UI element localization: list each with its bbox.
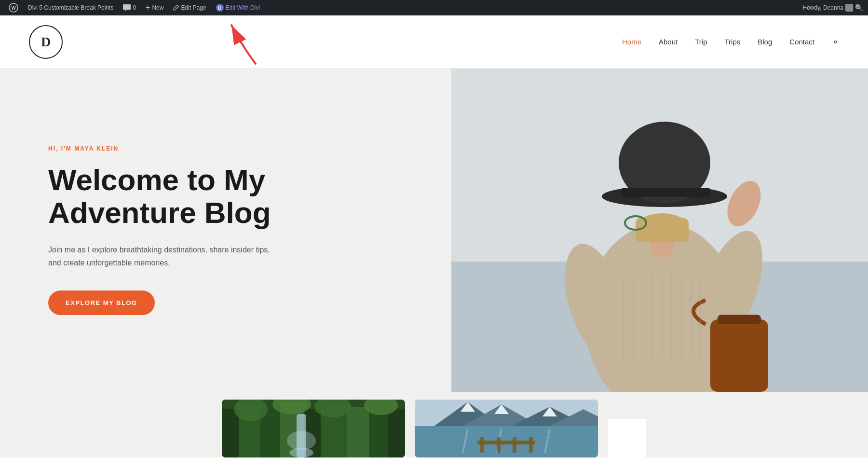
howdy-text: Howdy, Deanna: [803, 4, 844, 11]
site-logo[interactable]: D: [29, 25, 63, 59]
nav-home[interactable]: Home: [622, 38, 641, 46]
svg-rect-18: [718, 315, 761, 324]
divi-customize-link[interactable]: Divi 5 Customizable Break Points: [24, 0, 117, 15]
hero-right: [451, 69, 868, 392]
comment-count: 0: [133, 4, 136, 11]
site-nav: Home About Trip Trips Blog Contact ⚬: [622, 37, 839, 47]
new-link[interactable]: + New: [142, 0, 167, 15]
svg-rect-60: [480, 437, 484, 453]
pencil-icon: [173, 5, 179, 11]
svg-point-41: [287, 431, 316, 450]
cards-section: [0, 392, 868, 457]
white-card-corner: [608, 419, 646, 457]
svg-rect-12: [636, 218, 689, 242]
admin-search-icon[interactable]: 🔍: [855, 4, 863, 12]
edit-page-label: Edit Page: [181, 4, 206, 11]
wp-logo-link[interactable]: W: [5, 0, 22, 15]
comment-icon: [123, 4, 131, 11]
nav-trip[interactable]: Trip: [695, 38, 707, 46]
comments-link[interactable]: 0: [119, 0, 140, 15]
search-icon[interactable]: ⚬: [832, 37, 839, 47]
nav-about[interactable]: About: [659, 38, 678, 46]
new-label: New: [152, 4, 163, 11]
svg-rect-63: [513, 437, 516, 453]
forest-card: [222, 400, 405, 457]
lake-card: [415, 400, 598, 457]
forest-image: [222, 400, 405, 457]
explore-blog-button[interactable]: Explore My Blog: [48, 291, 155, 315]
hero-left: Hi, I'm Maya Klein Welcome to My Adventu…: [0, 69, 451, 392]
site-header: D Home About Trip Trips Blog Contact ⚬: [0, 15, 868, 69]
hero-subtitle: Hi, I'm Maya Klein: [48, 145, 403, 152]
wordpress-icon: W: [9, 3, 18, 13]
hero-description: Join me as I explore breathtaking destin…: [48, 243, 270, 269]
svg-rect-61: [529, 437, 533, 453]
nav-trips[interactable]: Trips: [724, 38, 740, 46]
hero-title: Welcome to My Adventure Blog: [48, 164, 403, 229]
svg-rect-36: [347, 407, 371, 457]
nav-blog[interactable]: Blog: [758, 38, 772, 46]
hero-section: Hi, I'm Maya Klein Welcome to My Adventu…: [0, 69, 868, 392]
edit-with-divi-link[interactable]: D Edit With Divi: [212, 0, 264, 15]
divi-customize-label: Divi 5 Customizable Break Points: [28, 4, 113, 11]
svg-rect-17: [710, 319, 768, 392]
edit-with-divi-label: Edit With Divi: [226, 4, 260, 11]
hero-image: [451, 69, 868, 392]
svg-text:W: W: [11, 5, 16, 11]
admin-bar: W Divi 5 Customizable Break Points 0 + N…: [0, 0, 868, 15]
svg-rect-38: [388, 409, 405, 457]
admin-bar-right: Howdy, Deanna 🔍: [803, 4, 864, 12]
svg-rect-15: [621, 188, 710, 197]
nav-contact[interactable]: Contact: [789, 38, 814, 46]
lake-image: [415, 400, 598, 457]
avatar[interactable]: [845, 4, 853, 12]
edit-page-link[interactable]: Edit Page: [169, 0, 210, 15]
svg-rect-62: [497, 437, 501, 453]
svg-rect-59: [477, 441, 535, 444]
divi-badge: D: [216, 4, 224, 12]
